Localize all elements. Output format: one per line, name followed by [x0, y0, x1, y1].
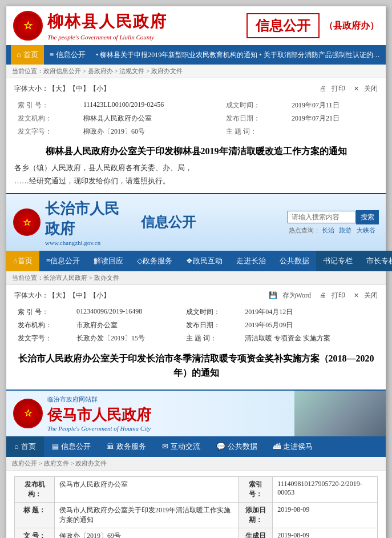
print-icon2 [320, 291, 326, 299]
s2-nav-mayor[interactable]: 市长专栏 [359, 251, 392, 271]
s2-search-area: 搜索 [288, 210, 379, 224]
s2-font-ctrl: 字体大小：【大】【中】【小】 [14, 291, 110, 300]
s3-ref-no-val: 111409810127905720-2/2019-00053 [273, 476, 378, 502]
s2-issuer-label: 发布机构： [15, 319, 73, 331]
close-button[interactable]: 关闭 [350, 85, 378, 93]
subject-val [289, 126, 377, 138]
doc-no-label: 发文字号： [15, 126, 80, 138]
publish-label: 发布日期： [224, 113, 288, 125]
s2-hot-canyon[interactable]: 大峡谷 [357, 227, 375, 234]
s3-create-date-label: 生成日期： [239, 528, 273, 538]
s1-content: 字体大小：【大】【中】【小】 打印 关闭 索 引 号： 111423L [6, 78, 386, 193]
s1-nav-info[interactable]: ≡ 信息公开 [44, 45, 91, 65]
s2-issuer-val: 市政府办公室 [74, 319, 183, 331]
subject-label: 主 题 词： [224, 126, 288, 138]
s2-print-button[interactable]: 打印 [316, 291, 347, 299]
s3-header: ☆ 临汾市政府网站群 侯马市人民政府 The People's Governme… [6, 391, 386, 436]
s1-nav-ticker: • 柳林县关于申报2019年新型职业农民教育机构的通知 • 关于取消部分消防产品… [91, 50, 381, 60]
s1-salutation: 各乡（镇）人民政府，县人民政府各有关委、办、局， [14, 163, 378, 173]
s2-info-icon: ≡ [46, 256, 50, 266]
s2-nav-service[interactable]: ◇ 政务服务 [130, 251, 179, 271]
s2-created-val: 2019年04月12日 [243, 306, 377, 318]
s3-doc-no-val: 侯政办〔2019〕69号 [55, 528, 239, 538]
s2-logo-star: ☆ [23, 217, 31, 228]
print-icon [320, 85, 326, 93]
s3-nav-service[interactable]: 🏛 政务服务 [99, 436, 154, 457]
s2-title-block: 长治市人民政府 www.changzhi.gov.cn [45, 199, 132, 246]
s3-data-icon: 💬 [216, 442, 225, 451]
s3-logo-star: ☆ [24, 408, 32, 419]
s2-badge: 信息公开 [141, 213, 196, 231]
created-label: 成文时间： [224, 99, 288, 111]
s1-actions: 打印 关闭 [313, 84, 378, 94]
ref-no-val: 111423LL00100/2019-02456 [81, 99, 223, 111]
s2-close-button[interactable]: 关闭 [350, 291, 378, 299]
ref-no-label: 索 引 号： [15, 99, 80, 111]
s3-service-icon: 🏛 [107, 442, 114, 451]
s2-nav-interpret[interactable]: 解读回应 [87, 251, 130, 271]
close-icon2 [354, 291, 359, 299]
s2-search-input[interactable] [288, 211, 356, 223]
section2-changzhi: ☆ 长治市人民政府 www.changzhi.gov.cn 信息公开 搜索 热点… [6, 194, 386, 391]
s3-nav-data[interactable]: 💬 公共数据 [208, 436, 265, 457]
s3-ref-no-label: 索引号： [239, 476, 273, 502]
s1-logo-star: ☆ [23, 19, 33, 32]
s2-nav: ⌂ 首页 ≡ 信息公开 解读回应 ◇ 政务服务 ❖ 政民互动 走进长治 [6, 251, 386, 271]
s1-logo-emblem: ☆ [13, 11, 43, 41]
publish-val: 2019年07月21日 [289, 113, 377, 125]
s2-logo-emblem: ☆ [13, 208, 41, 236]
s1-body-text: ……经研究通过，现印发给你们，请遵照执行。 [14, 175, 378, 187]
s2-created-label: 成文时间： [184, 306, 241, 318]
s1-nav-home[interactable]: ⌂ 首页 [11, 45, 44, 65]
s3-info-icon: ▤ [52, 442, 59, 451]
s1-font-ctrl: 字体大小：【大】【中】【小】 [14, 84, 110, 94]
s2-nav-home[interactable]: ⌂ 首页 [6, 251, 39, 271]
s2-nav-interact[interactable]: ❖ 政民互动 [179, 251, 229, 271]
s2-save-button[interactable]: 存为Word [265, 291, 313, 299]
s2-title-url: www.changzhi.gov.cn [45, 239, 132, 246]
s2-search-button[interactable]: 搜索 [356, 210, 379, 224]
info-icon: ≡ [50, 50, 54, 59]
s3-interact-icon: ✉ [162, 442, 168, 451]
s2-nav-right: 书记专栏 市长专栏 [316, 251, 392, 271]
save-icon [269, 291, 277, 299]
s1-meta-table: 索 引 号： 111423LL00100/2019-02456 成文时间： 20… [14, 98, 378, 139]
s1-badge: 信息公开 [246, 13, 320, 38]
s2-content: 字体大小：【大】【中】【小】 存为Word 打印 关闭 [6, 285, 386, 390]
s2-hot-changzhi[interactable]: 长治 [322, 227, 334, 234]
s3-hero-bg [294, 391, 386, 436]
s3-create-date-val: 2019-08-09 [273, 528, 378, 538]
s2-nav-about[interactable]: 走进长治 [229, 251, 273, 271]
s2-interact-icon: ❖ [186, 256, 193, 266]
s2-nav-data[interactable]: 公共数据 [273, 251, 316, 271]
s1-nav: ⌂ 首页 ≡ 信息公开 • 柳林县关于申报2019年新型职业农民教育机构的通知 … [6, 45, 386, 65]
s2-service-icon: ◇ [137, 256, 143, 266]
s2-nav-secretary[interactable]: 书记专栏 [316, 251, 359, 271]
s2-hot-search: 热点查询： 长治 旅游 大峡谷 [289, 226, 379, 235]
s2-doc-no-label: 发文字号： [15, 332, 73, 344]
s3-nav: ⌂ 首页 ▤ 信息公开 🏛 政务服务 ✉ 互动交流 💬 公共数据 🏙 走进侯马 [6, 436, 386, 457]
s2-publish-label: 发布日期： [184, 319, 241, 331]
print-button[interactable]: 打印 [316, 85, 347, 93]
s3-issuer-label: 发布机构： [15, 476, 55, 502]
s3-about-icon: 🏙 [273, 442, 281, 451]
s1-badge-paren: （县政府办） [324, 20, 379, 32]
s2-doc-no-val: 长政办发〔2019〕15号 [74, 332, 183, 344]
s3-nav-interact[interactable]: ✉ 互动交流 [154, 436, 208, 457]
s3-nav-info[interactable]: ▤ 信息公开 [44, 436, 99, 457]
s3-hero-image [294, 391, 386, 436]
s1-toolbar: 字体大小：【大】【中】【小】 打印 关闭 [14, 84, 378, 94]
s3-content: 发布机构： 侯马市人民政府办公室 索引号： 111409810127905720… [6, 471, 386, 538]
s3-detail-table: 发布机构： 侯马市人民政府办公室 索引号： 111409810127905720… [14, 476, 378, 538]
home-icon: ⌂ [17, 50, 21, 59]
s2-subject-val: 清洁取暖 专项资金 实施方案 [243, 332, 377, 344]
s2-home-icon: ⌂ [13, 256, 18, 266]
s2-title-cn: 长治市人民政府 [45, 199, 132, 239]
s2-nav-info[interactable]: ≡ 信息公开 [39, 251, 87, 271]
s1-title-block: 柳林县人民政府 The people's Government of Liuli… [47, 11, 235, 41]
s2-hot-tourism[interactable]: 旅游 [339, 227, 351, 234]
close-icon [354, 85, 359, 93]
s3-nav-home[interactable]: ⌂ 首页 [6, 436, 44, 457]
s3-add-date-label: 添加日期： [239, 502, 273, 528]
s3-nav-about[interactable]: 🏙 走进侯马 [265, 436, 321, 457]
